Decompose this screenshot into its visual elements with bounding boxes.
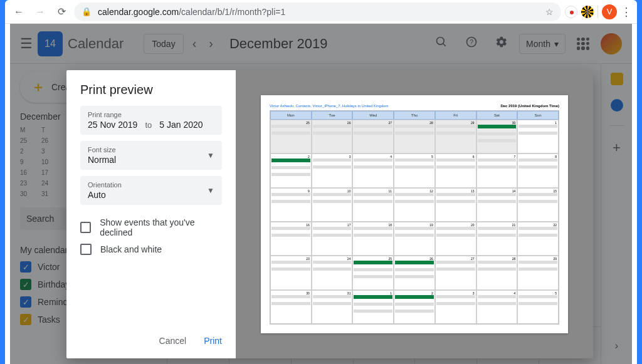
extension-icon-1[interactable] xyxy=(565,6,577,18)
address-bar[interactable]: 🔒 calendar.google.com/calendar/b/1/r/mon… xyxy=(74,3,561,21)
profile-avatar[interactable]: V xyxy=(602,4,617,19)
font-size-select[interactable]: Font size Normal ▼ xyxy=(80,141,222,170)
preview-page: Victor Ashiedu, Contacts, Victor_iPhone_… xyxy=(261,95,568,333)
bookmark-star-icon[interactable]: ☆ xyxy=(545,7,554,17)
checkbox-icon xyxy=(80,222,91,233)
print-preview-canvas: Victor Ashiedu, Contacts, Victor_iPhone_… xyxy=(236,70,593,358)
preview-calendar-list: Victor Ashiedu, Contacts, Victor_iPhone_… xyxy=(270,104,389,108)
url-path: /calendar/b/1/r/month?pli=1 xyxy=(179,7,285,17)
browser-toolbar: ← → ⟳ 🔒 calendar.google.com/calendar/b/1… xyxy=(5,0,637,24)
print-button[interactable]: Print xyxy=(204,336,222,346)
preview-title: Dec 2019 (United Kingdom Time) xyxy=(500,104,559,108)
cancel-button[interactable]: Cancel xyxy=(159,336,187,346)
range-to-value: 5 Jan 2020 xyxy=(159,120,203,130)
show-declined-checkbox[interactable]: Show events that you've declined xyxy=(80,217,222,237)
print-preview-dialog: Print preview Print range 25 Nov 2019 to… xyxy=(66,70,593,358)
chrome-menu-button[interactable]: ⋮ xyxy=(621,5,632,19)
extension-icon-2[interactable] xyxy=(581,6,594,18)
dialog-title: Print preview xyxy=(80,83,222,97)
orientation-select[interactable]: Orientation Auto ▼ xyxy=(80,176,222,205)
chevron-down-icon: ▼ xyxy=(207,186,214,195)
url-host: calendar.google.com xyxy=(98,7,179,17)
checkbox-icon xyxy=(80,244,92,255)
forward-button[interactable]: → xyxy=(31,3,49,21)
range-from-value: 25 Nov 2019 xyxy=(88,120,137,130)
reload-button[interactable]: ⟳ xyxy=(53,3,70,21)
back-button[interactable]: ← xyxy=(10,3,28,21)
black-white-checkbox[interactable]: Black and white xyxy=(80,244,222,255)
lock-icon: 🔒 xyxy=(82,7,92,16)
chevron-down-icon: ▼ xyxy=(207,151,214,160)
print-range-field[interactable]: Print range 25 Nov 2019 to 5 Jan 2020 xyxy=(80,106,222,135)
